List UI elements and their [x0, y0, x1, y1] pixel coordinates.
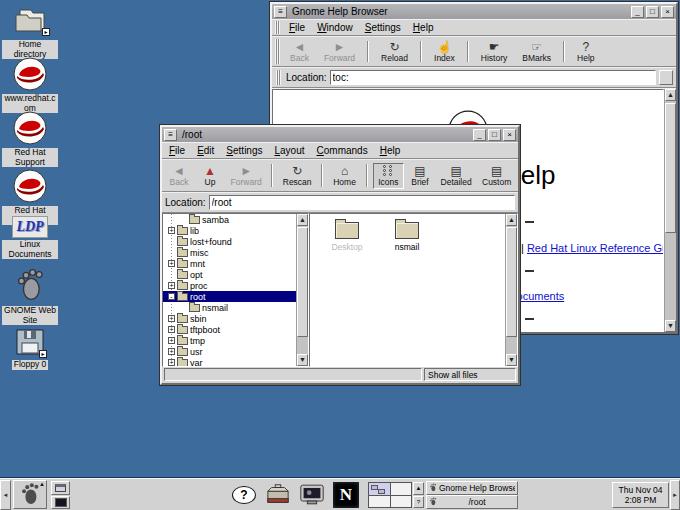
brief-view-button[interactable]: ▤ Brief — [405, 163, 435, 189]
expand-icon[interactable]: + — [168, 282, 175, 289]
maximize-button[interactable]: □ — [488, 129, 501, 141]
scroll-up-icon[interactable]: ▲ — [665, 89, 676, 101]
main-menu-button[interactable]: ▲ — [13, 480, 47, 509]
tree-item[interactable]: + proc — [163, 280, 296, 291]
desk-guide-applet[interactable] — [368, 482, 412, 508]
menu-window[interactable]: Window — [312, 20, 358, 35]
detailed-view-button[interactable]: ▤ Detailed — [436, 163, 476, 189]
window-menu-icon[interactable]: ≡ — [164, 129, 177, 141]
expand-icon[interactable]: + — [168, 337, 175, 344]
forward-button[interactable]: ► Forward — [226, 163, 266, 189]
tree-item[interactable]: + tftpboot — [163, 324, 296, 335]
workspace-2[interactable] — [391, 483, 412, 495]
help-button[interactable]: ? Help — [570, 39, 601, 65]
desktop-icon-linux-documents[interactable]: LDP Linux Documents — [2, 216, 58, 259]
terminal-launcher[interactable] — [296, 481, 328, 509]
reference-guide-link[interactable]: Red Hat Linux Reference Guide — [527, 242, 664, 254]
expand-icon[interactable]: + — [168, 326, 175, 333]
expand-icon[interactable]: + — [168, 315, 175, 322]
history-button[interactable]: ☛ History — [474, 39, 514, 65]
menu-help[interactable]: Help — [408, 20, 439, 35]
bar-grip[interactable] — [275, 21, 280, 34]
tree-item[interactable]: lost+found — [163, 236, 296, 247]
workspace-3[interactable] — [369, 496, 390, 508]
help-launcher[interactable]: ? — [228, 481, 260, 509]
workspace-1-active[interactable] — [369, 483, 390, 495]
file-item-desktop[interactable]: Desktop — [324, 222, 370, 252]
close-button[interactable]: × — [503, 129, 516, 141]
control-center-launcher[interactable] — [262, 481, 294, 509]
scroll-up-icon[interactable]: ▲ — [506, 214, 517, 226]
up-button[interactable]: ▲ Up — [195, 163, 225, 189]
reload-button[interactable]: ↻ Reload — [374, 39, 415, 65]
menu-settings[interactable]: Settings — [360, 20, 406, 35]
scroll-track[interactable] — [665, 101, 676, 320]
desktop-icon-red-hat-support[interactable]: Red Hat Support — [2, 110, 58, 167]
menu-settings[interactable]: Settings — [221, 143, 267, 158]
task-button-root[interactable]: /root — [426, 495, 518, 509]
help-browser-titlebar[interactable]: ≡ Gnome Help Browser _ □ × — [272, 4, 676, 19]
tree-item[interactable]: + mnt — [163, 258, 296, 269]
bar-grip[interactable] — [275, 39, 280, 64]
location-input[interactable] — [330, 70, 656, 85]
menu-file[interactable]: File — [284, 20, 310, 35]
icons-view-button[interactable]: Icons — [373, 163, 404, 189]
back-button[interactable]: ◄ Back — [164, 163, 194, 189]
menu-file[interactable]: File — [164, 143, 190, 158]
menu-layout[interactable]: Layout — [270, 143, 310, 158]
panel-hide-left-button[interactable]: ◄ — [0, 480, 11, 510]
maximize-button[interactable]: □ — [646, 6, 659, 18]
iconview-vertical-scrollbar[interactable]: ▲ ▼ — [505, 214, 517, 366]
scroll-down-icon[interactable]: ▼ — [506, 354, 517, 366]
expand-icon[interactable]: + — [168, 260, 175, 267]
desktop-icon-home-directory[interactable]: ▸ Home directory — [2, 6, 58, 59]
tree-item[interactable]: + sbin — [163, 313, 296, 324]
scroll-track[interactable] — [506, 226, 517, 354]
menu-help[interactable]: Help — [375, 143, 406, 158]
tree-item[interactable]: + usr — [163, 346, 296, 357]
bmarks-button[interactable]: ☞ BMarks — [515, 39, 558, 65]
close-button[interactable]: × — [661, 6, 674, 18]
expand-icon[interactable]: + — [168, 348, 175, 355]
file-manager-titlebar[interactable]: ≡ /root _ □ × — [162, 127, 518, 142]
minimize-button[interactable]: _ — [631, 6, 644, 18]
bar-grip[interactable] — [276, 70, 281, 85]
clock-applet[interactable]: Thu Nov 04 2:08 PM — [612, 482, 669, 508]
expand-icon[interactable]: + — [168, 359, 175, 366]
home-button[interactable]: ⌂ Home — [328, 163, 361, 189]
file-item-nsmail[interactable]: nsmail — [384, 222, 430, 252]
desktop-icon-gnome-web-site[interactable]: GNOME Web Site — [2, 268, 58, 325]
minimize-button[interactable]: _ — [473, 129, 486, 141]
desktop-icon-floppy-0[interactable]: ▸ Floppy 0 — [2, 328, 58, 370]
collapse-icon[interactable]: - — [168, 293, 175, 300]
pager-help-button[interactable]: ? — [413, 496, 424, 509]
netscape-launcher[interactable]: N — [330, 481, 362, 509]
tree-vertical-scrollbar[interactable]: ▲ ▼ — [296, 214, 308, 366]
tree-item[interactable]: + tmp — [163, 335, 296, 346]
tree-item[interactable]: + lib — [163, 225, 296, 236]
tree-item[interactable]: misc — [163, 247, 296, 258]
index-button[interactable]: ☝ Index — [427, 39, 462, 65]
help-vertical-scrollbar[interactable]: ▲ ▼ — [664, 89, 676, 332]
tree-item[interactable]: + var — [163, 357, 296, 366]
rescan-button[interactable]: ↻ Rescan — [278, 163, 316, 189]
mini-window-button[interactable] — [51, 481, 70, 495]
menu-edit[interactable]: Edit — [192, 143, 219, 158]
custom-view-button[interactable]: ▤ Custom — [477, 163, 516, 189]
location-end-button[interactable] — [659, 70, 673, 85]
pager-up-button[interactable]: ▲ — [413, 482, 424, 495]
desktop-icon-www-redhat-com[interactable]: www.redhat.com — [2, 56, 58, 113]
panel-hide-right-button[interactable]: ► — [670, 480, 680, 510]
back-button[interactable]: ◄ Back — [283, 39, 316, 65]
scroll-down-icon[interactable]: ▼ — [297, 354, 308, 366]
scroll-up-icon[interactable]: ▲ — [297, 214, 308, 226]
location-input[interactable] — [209, 195, 515, 210]
window-menu-icon[interactable]: ≡ — [274, 6, 287, 18]
tree-item-selected[interactable]: - root — [163, 291, 296, 302]
tree-item[interactable]: opt — [163, 269, 296, 280]
scroll-thumb[interactable] — [665, 103, 676, 233]
scroll-thumb[interactable] — [297, 227, 308, 337]
tree-item[interactable]: nsmail — [163, 302, 296, 313]
mini-screen-button[interactable] — [51, 496, 70, 510]
file-icon-area[interactable]: Desktop nsmail — [310, 214, 505, 366]
